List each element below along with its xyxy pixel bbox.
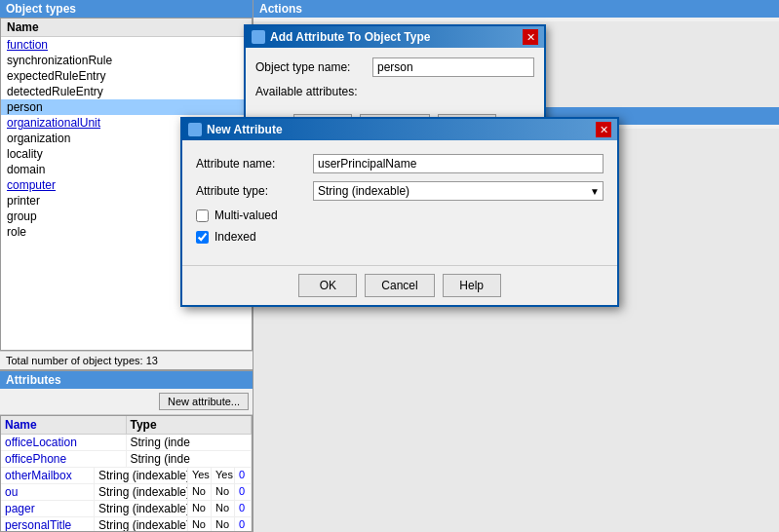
multi-valued-label: Multi-valued (214, 209, 278, 222)
table-row[interactable]: pager String (indexable) No No 0 (1, 501, 252, 517)
attr-type-label: Attribute type: (196, 184, 313, 198)
list-item-person[interactable]: person (1, 99, 252, 115)
multi-valued-row: Multi-valued (196, 209, 604, 222)
attr-idx: Yes (212, 468, 235, 483)
list-item[interactable]: synchronizationRule (1, 53, 252, 68)
attr-type-select-wrapper: String (indexable) String (non-indexable… (313, 181, 604, 201)
attr-name: otherMailbox (1, 468, 95, 483)
available-attrs-row: Available attributes: (255, 85, 534, 98)
indexed-row: Indexed (196, 230, 604, 244)
attr-idx: No (212, 517, 235, 532)
table-row[interactable]: officeLocation String (inde (1, 435, 252, 451)
attr-type: String (indexable) (95, 517, 188, 532)
table-row[interactable]: officePhone String (inde (1, 451, 252, 468)
attr-mv: Yes (188, 468, 212, 483)
attr-idx: No (212, 484, 235, 500)
attributes-header: Attributes (0, 371, 253, 389)
dialog-add-attr-titlebar: Add Attribute To Object Type ✕ (246, 26, 544, 48)
dialog-icon (252, 30, 265, 44)
attr-type-select[interactable]: String (indexable) String (non-indexable… (313, 181, 604, 201)
new-attr-dialog-icon (188, 123, 202, 136)
attr-idx: No (212, 501, 235, 516)
attr-table-header: Name Type (1, 416, 252, 435)
attr-mv: No (188, 517, 212, 532)
total-count: Total number of object types: 13 (0, 351, 253, 369)
list-item[interactable]: detectedRuleEntry (1, 84, 252, 99)
indexed-label: Indexed (214, 230, 256, 244)
object-type-label: Object type name: (255, 60, 372, 74)
attr-type: String (indexable) (95, 484, 188, 500)
attr-name: personalTitle (1, 517, 95, 532)
attr-flows: 0 (235, 501, 252, 516)
dialog-new-attr-cancel-button[interactable]: Cancel (365, 274, 434, 297)
attr-name: officePhone (1, 451, 127, 467)
attributes-section: Attributes New attribute... Name Type of… (0, 369, 253, 532)
object-type-input[interactable] (372, 57, 534, 77)
dialog-new-attr-buttons: OK Cancel Help (182, 265, 617, 305)
list-item[interactable]: function (1, 37, 252, 53)
attr-type-row: Attribute type: String (indexable) Strin… (196, 181, 604, 201)
title-left: New Attribute (188, 123, 283, 136)
title-left: Add Attribute To Object Type (252, 30, 430, 44)
dialog-new-attr-close-button[interactable]: ✕ (596, 122, 611, 137)
attr-type: String (indexable) (95, 468, 188, 483)
attr-mv: No (188, 484, 212, 500)
dialog-new-attr-ok-button[interactable]: OK (298, 274, 357, 297)
dialog-new-attribute: New Attribute ✕ Attribute name: Attribut… (180, 117, 619, 307)
attr-type: String (inde (127, 435, 253, 450)
attr-table: Name Type officeLocation String (inde of… (1, 416, 252, 532)
actions-top-header: Actions (253, 0, 779, 18)
indexed-checkbox[interactable] (196, 231, 209, 244)
dialog-new-attr-help-button[interactable]: Help (443, 274, 501, 297)
object-types-header: Object types (0, 0, 253, 18)
dialog-new-attr-titlebar: New Attribute ✕ (182, 119, 617, 140)
list-item[interactable]: expectedRuleEntry (1, 68, 252, 84)
attr-scroll-area[interactable]: Name Type officeLocation String (inde of… (0, 415, 253, 532)
attr-name-input[interactable] (313, 154, 604, 173)
dialog-new-attr-title: New Attribute (207, 123, 283, 136)
new-attribute-button[interactable]: New attribute... (159, 393, 249, 410)
table-row[interactable]: otherMailbox String (indexable) Yes Yes … (1, 468, 252, 484)
attr-flows: 0 (235, 484, 252, 500)
dialog-new-attr-content: Attribute name: Attribute type: String (… (182, 140, 617, 265)
attr-name: ou (1, 484, 95, 500)
col-header-name: Name (1, 416, 127, 434)
object-type-row: Object type name: (255, 57, 534, 77)
object-types-column-name: Name (1, 19, 252, 37)
multi-valued-checkbox[interactable] (196, 209, 209, 222)
attr-flows: 0 (235, 468, 252, 483)
col-header-type: Type (127, 416, 253, 434)
dialog-add-attr-close-button[interactable]: ✕ (523, 29, 538, 45)
attr-name: pager (1, 501, 95, 516)
attr-name: officeLocation (1, 435, 127, 450)
attr-flows: 0 (235, 517, 252, 532)
attr-mv: No (188, 501, 212, 516)
attr-name-row: Attribute name: (196, 154, 604, 173)
attr-toolbar: New attribute... (0, 389, 253, 415)
table-row[interactable]: ou String (indexable) No No 0 (1, 484, 252, 501)
attr-type: String (inde (127, 451, 253, 467)
available-attrs-label: Available attributes: (255, 85, 372, 98)
attr-name-label: Attribute name: (196, 157, 313, 171)
dialog-add-attr-title: Add Attribute To Object Type (270, 30, 430, 44)
attr-type: String (indexable) (95, 501, 188, 516)
table-row[interactable]: personalTitle String (indexable) No No 0 (1, 517, 252, 532)
